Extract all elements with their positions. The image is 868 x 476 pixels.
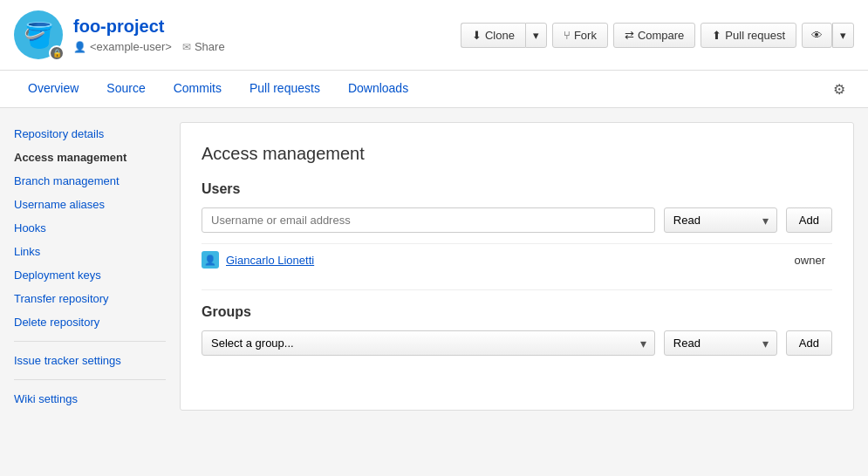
user-list-row: 👤 Giancarlo Lionetti owner (202, 243, 832, 275)
email-icon: ✉ (182, 41, 191, 53)
avatar: 🪣 🔒 (14, 10, 63, 59)
tab-pull-requests[interactable]: Pull requests (236, 71, 334, 107)
tab-commits[interactable]: Commits (160, 71, 236, 107)
user-role: owner (795, 254, 832, 267)
sidebar-item-delete-repository[interactable]: Delete repository (14, 310, 166, 334)
tab-source[interactable]: Source (92, 71, 159, 107)
settings-gear-icon[interactable]: ⚙ (824, 72, 854, 106)
sidebar-item-wiki-settings[interactable]: Wiki settings (14, 387, 166, 411)
groups-section-title: Groups (202, 304, 832, 320)
tab-overview[interactable]: Overview (14, 71, 92, 107)
repo-name[interactable]: foo-project (73, 17, 225, 37)
lock-badge: 🔒 (49, 45, 65, 61)
compare-icon: ⇄ (625, 29, 634, 42)
sidebar-item-transfer-repository[interactable]: Transfer repository (14, 287, 166, 310)
fork-button[interactable]: ⑂ Fork (552, 23, 608, 48)
sidebar-item-deployment-keys[interactable]: Deployment keys (14, 263, 166, 287)
nav-tabs: Overview Source Commits Pull requests Do… (0, 71, 868, 108)
permission-select[interactable]: Read Write Admin (664, 207, 777, 233)
users-section-title: Users (202, 181, 832, 197)
header: 🪣 🔒 foo-project 👤 <example-user> ✉ Share (0, 0, 868, 71)
clone-btn-group: ⬇ Clone ▾ (461, 23, 547, 48)
clone-button[interactable]: ⬇ Clone (461, 23, 525, 48)
sidebar-item-issue-tracker-settings[interactable]: Issue tracker settings (14, 349, 166, 372)
header-actions: ⬇ Clone ▾ ⑂ Fork ⇄ Compare ⬆ Pull reques… (461, 23, 854, 48)
page-title: Access management (202, 144, 832, 164)
user-avatar-icon: 👤 (204, 255, 216, 266)
watch-btn-group: 👁 ▾ (802, 23, 854, 48)
main-layout: Repository details Access management Bra… (0, 108, 868, 425)
group-permission-select[interactable]: Read Write Admin (664, 330, 777, 356)
group-select-wrapper: Select a group... (202, 330, 655, 356)
group-permission-select-wrapper: Read Write Admin (664, 330, 777, 356)
user-meta: 👤 <example-user> (73, 40, 172, 53)
sidebar-item-links[interactable]: Links (14, 240, 166, 263)
sidebar-item-repository-details[interactable]: Repository details (14, 122, 166, 146)
fork-icon: ⑂ (564, 29, 571, 42)
sidebar-divider-1 (14, 341, 166, 342)
repo-meta: 👤 <example-user> ✉ Share (73, 40, 225, 53)
user-list-left: 👤 Giancarlo Lionetti (202, 251, 314, 269)
share-meta[interactable]: ✉ Share (182, 40, 225, 53)
watch-caret-button[interactable]: ▾ (832, 23, 854, 48)
nav-tabs-left: Overview Source Commits Pull requests Do… (14, 71, 422, 107)
group-select[interactable]: Select a group... (202, 330, 655, 356)
sidebar: Repository details Access management Bra… (14, 122, 180, 411)
bucket-icon: 🪣 (24, 21, 54, 50)
lock-icon: 🔒 (52, 49, 62, 58)
sidebar-item-access-management[interactable]: Access management (14, 146, 166, 169)
permission-select-wrapper: Read Write Admin (664, 207, 777, 233)
user-avatar: 👤 (202, 251, 219, 269)
clone-caret-button[interactable]: ▾ (525, 23, 547, 48)
watch-button[interactable]: 👁 (802, 23, 832, 48)
header-left: 🪣 🔒 foo-project 👤 <example-user> ✉ Share (14, 10, 225, 59)
add-group-button[interactable]: Add (786, 330, 832, 356)
compare-button[interactable]: ⇄ Compare (613, 23, 695, 48)
sidebar-item-branch-management[interactable]: Branch management (14, 169, 166, 193)
sidebar-item-username-aliases[interactable]: Username aliases (14, 193, 166, 216)
user-name-link[interactable]: Giancarlo Lionetti (226, 254, 314, 267)
sidebar-divider-2 (14, 379, 166, 380)
section-divider (202, 289, 832, 290)
add-user-button[interactable]: Add (786, 207, 832, 233)
tab-downloads[interactable]: Downloads (334, 71, 422, 107)
user-name: <example-user> (90, 40, 172, 53)
pull-request-icon: ⬆ (712, 29, 721, 42)
sidebar-item-hooks[interactable]: Hooks (14, 216, 166, 240)
user-icon: 👤 (73, 41, 86, 53)
pull-request-button[interactable]: ⬆ Pull request (701, 23, 796, 48)
content-area: Access management Users Read Write Admin… (180, 122, 854, 411)
add-group-row: Select a group... Read Write Admin Add (202, 330, 832, 356)
username-input[interactable] (202, 207, 655, 233)
repo-info: foo-project 👤 <example-user> ✉ Share (73, 17, 225, 53)
share-label: Share (195, 40, 225, 53)
add-user-row: Read Write Admin Add (202, 207, 832, 233)
clone-icon: ⬇ (472, 29, 482, 42)
